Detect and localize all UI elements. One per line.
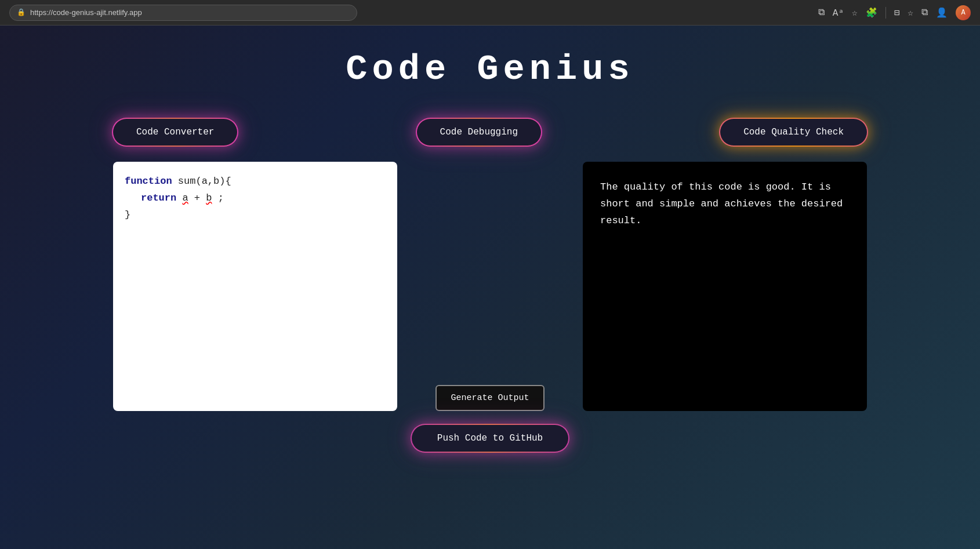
output-panel: The quality of this code is good. It is … xyxy=(583,162,867,411)
output-text: The quality of this code is good. It is … xyxy=(600,179,850,230)
url-text: https://code-genius-ajit.netlify.app xyxy=(30,8,142,17)
browser-toolbar-icons: ⧉ Aᵃ ☆ 🧩 ⊟ ☆ ⧉ 👤 A xyxy=(818,5,971,20)
profile-avatar[interactable]: A xyxy=(956,5,971,20)
code-var-b: b xyxy=(206,192,212,203)
tab-icon[interactable]: ⧉ xyxy=(818,7,825,18)
code-var-a: a xyxy=(182,192,188,203)
code-debugging-wrapper: Code Debugging xyxy=(417,119,541,146)
code-editor-panel[interactable]: function sum(a,b){ return a + b ; } xyxy=(113,162,397,411)
code-quality-button[interactable]: Code Quality Check xyxy=(720,119,867,146)
extension-icon[interactable]: 🧩 xyxy=(866,7,877,19)
browser-chrome: 🔒 https://code-genius-ajit.netlify.app ⧉… xyxy=(0,0,980,26)
main-content: Code Genius Code Converter Code Debuggin… xyxy=(0,26,980,549)
sidebar-icon[interactable]: ⊟ xyxy=(894,7,900,19)
bottom-area: Push Code to GitHub xyxy=(113,425,867,452)
star-icon[interactable]: ☆ xyxy=(852,7,858,19)
code-debugging-button[interactable]: Code Debugging xyxy=(417,119,541,146)
collections-icon[interactable]: ⧉ xyxy=(921,7,928,18)
code-converter-wrapper: Code Converter xyxy=(113,119,237,146)
func-name: sum(a,b){ xyxy=(178,176,231,187)
page-title: Code Genius xyxy=(346,49,634,90)
code-plus: + xyxy=(194,192,200,203)
push-to-github-button[interactable]: Push Code to GitHub xyxy=(412,425,568,452)
divider xyxy=(885,7,886,19)
lock-icon: 🔒 xyxy=(17,8,26,17)
push-button-wrapper: Push Code to GitHub xyxy=(412,425,568,452)
middle-area: Generate Output xyxy=(397,162,583,411)
code-quality-wrapper: Code Quality Check xyxy=(720,119,867,146)
user-sync-icon[interactable]: 👤 xyxy=(936,7,948,19)
code-line-1: function sum(a,b){ xyxy=(125,173,386,190)
code-line-2: return a + b ; xyxy=(125,190,386,207)
address-bar[interactable]: 🔒 https://code-genius-ajit.netlify.app xyxy=(9,5,357,21)
func-keyword: function xyxy=(125,176,172,187)
feature-buttons-row: Code Converter Code Debugging Code Quali… xyxy=(113,119,867,146)
code-content: function sum(a,b){ return a + b ; } xyxy=(125,173,386,224)
code-converter-button[interactable]: Code Converter xyxy=(113,119,237,146)
generate-output-button[interactable]: Generate Output xyxy=(435,385,544,411)
closing-brace: } xyxy=(125,209,130,220)
favorites-icon[interactable]: ☆ xyxy=(908,7,913,19)
return-keyword: return xyxy=(141,192,176,203)
code-line-3: } xyxy=(125,207,386,224)
code-semicolon: ; xyxy=(218,192,224,203)
text-size-icon[interactable]: Aᵃ xyxy=(833,7,844,19)
panels-area: function sum(a,b){ return a + b ; } Gene… xyxy=(113,162,867,411)
